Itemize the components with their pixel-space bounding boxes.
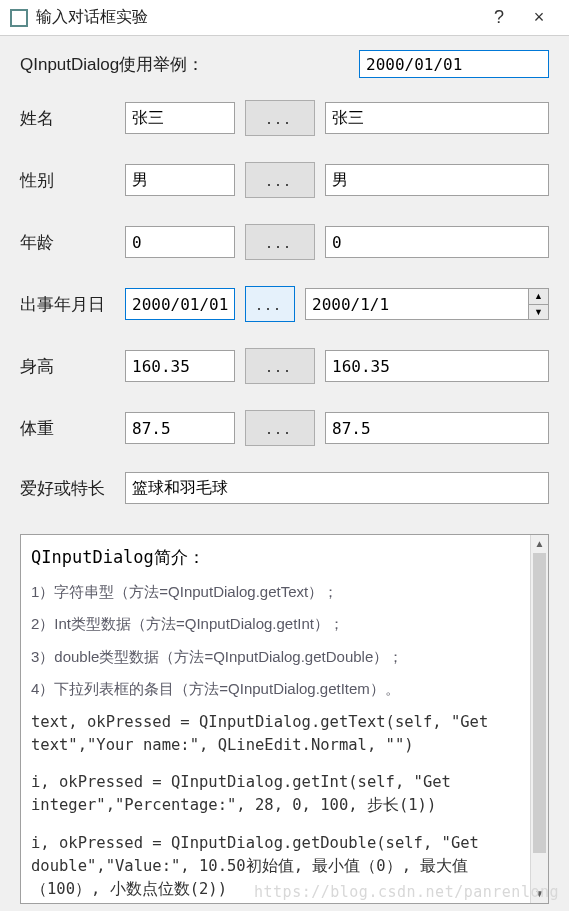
height-left-input[interactable] [125, 350, 235, 382]
hobby-input[interactable] [125, 472, 549, 504]
info-item-3: 3）double类型数据（方法=QInputDialog.getDouble）； [31, 646, 520, 669]
vertical-scrollbar[interactable]: ▲ ▼ [530, 535, 548, 903]
gender-label: 性别 [20, 169, 115, 192]
spin-up-icon[interactable]: ▲ [529, 289, 548, 305]
date-spinbox[interactable]: ▲ ▼ [305, 288, 549, 320]
weight-browse-button[interactable]: ... [245, 410, 315, 446]
weight-left-input[interactable] [125, 412, 235, 444]
date-label: 出事年月日 [20, 293, 115, 316]
age-label: 年龄 [20, 231, 115, 254]
app-icon [10, 9, 28, 27]
gender-left-input[interactable] [125, 164, 235, 196]
gender-row: 性别 ... [20, 162, 549, 198]
date-row: 出事年月日 ... ▲ ▼ [20, 286, 549, 322]
info-code-2: i, okPressed = QInputDialog.getInt(self,… [31, 771, 520, 818]
info-heading: QInputDialog简介： [31, 545, 520, 571]
date-spin-buttons: ▲ ▼ [528, 289, 548, 319]
header-input[interactable] [359, 50, 549, 78]
window-title: 输入对话框实验 [36, 7, 479, 28]
title-bar: 输入对话框实验 ? × [0, 0, 569, 36]
info-item-4: 4）下拉列表框的条目（方法=QInputDialog.getItem）。 [31, 678, 520, 701]
hobby-row: 爱好或特长 [20, 472, 549, 504]
height-browse-button[interactable]: ... [245, 348, 315, 384]
weight-row: 体重 ... [20, 410, 549, 446]
hobby-label: 爱好或特长 [20, 477, 115, 500]
spin-down-icon[interactable]: ▼ [529, 305, 548, 320]
height-right-input[interactable] [325, 350, 549, 382]
age-browse-button[interactable]: ... [245, 224, 315, 260]
date-left-input[interactable] [125, 288, 235, 320]
name-browse-button[interactable]: ... [245, 100, 315, 136]
weight-label: 体重 [20, 417, 115, 440]
scroll-up-icon[interactable]: ▲ [531, 535, 548, 553]
info-code-3: i, okPressed = QInputDialog.getDouble(se… [31, 832, 520, 902]
dialog-content: QInputDialog使用举例： 姓名 ... 性别 ... 年龄 ... 出… [0, 36, 569, 528]
scroll-down-icon[interactable]: ▼ [531, 885, 548, 903]
info-item-1: 1）字符串型（方法=QInputDialog.getText）； [31, 581, 520, 604]
header-row: QInputDialog使用举例： [20, 50, 549, 78]
height-label: 身高 [20, 355, 115, 378]
age-left-input[interactable] [125, 226, 235, 258]
weight-right-input[interactable] [325, 412, 549, 444]
info-code-1: text, okPressed = QInputDialog.getText(s… [31, 711, 520, 758]
header-label: QInputDialog使用举例： [20, 53, 204, 76]
age-right-input[interactable] [325, 226, 549, 258]
date-right-input[interactable] [306, 289, 528, 319]
date-browse-button[interactable]: ... [245, 286, 295, 322]
age-row: 年龄 ... [20, 224, 549, 260]
close-icon[interactable]: × [519, 7, 559, 28]
name-left-input[interactable] [125, 102, 235, 134]
gender-right-input[interactable] [325, 164, 549, 196]
name-label: 姓名 [20, 107, 115, 130]
height-row: 身高 ... [20, 348, 549, 384]
name-right-input[interactable] [325, 102, 549, 134]
gender-browse-button[interactable]: ... [245, 162, 315, 198]
info-textbox: QInputDialog简介： 1）字符串型（方法=QInputDialog.g… [20, 534, 549, 904]
info-item-2: 2）Int类型数据（方法=QInputDialog.getInt）； [31, 613, 520, 636]
help-icon[interactable]: ? [479, 7, 519, 28]
scroll-thumb[interactable] [533, 553, 546, 853]
name-row: 姓名 ... [20, 100, 549, 136]
info-content[interactable]: QInputDialog简介： 1）字符串型（方法=QInputDialog.g… [21, 535, 530, 903]
